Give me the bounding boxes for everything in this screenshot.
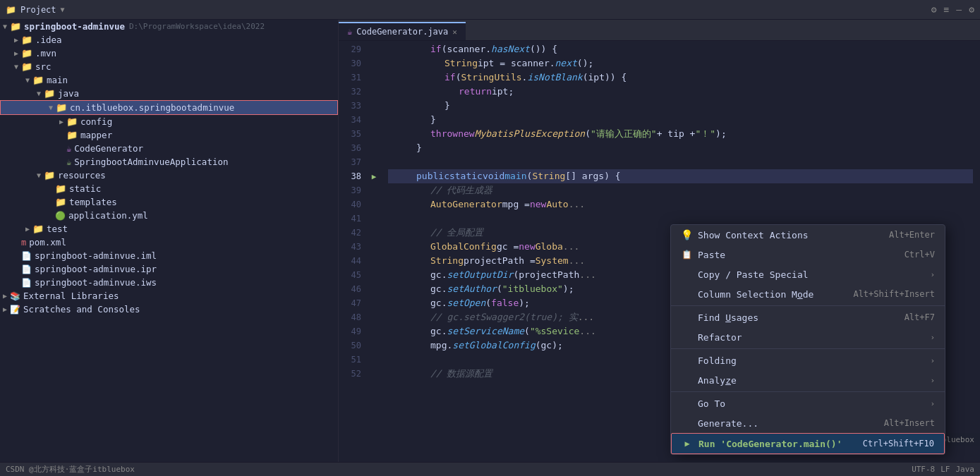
spacer-static [45, 184, 55, 194]
dropdown-arrow[interactable]: ▼ [61, 6, 65, 13]
iws-file-icon: 📄 [21, 278, 32, 288]
sidebar-item-iml[interactable]: 📄 springboot-adminvue.iml [0, 249, 338, 262]
shortcut-run: Ctrl+Shift+F10 [863, 439, 934, 448]
tab-close-icon[interactable]: ✕ [452, 28, 457, 37]
yml-file-icon: 🟢 [55, 211, 66, 221]
sidebar-item-application-yml[interactable]: 🟢 application.yml [0, 209, 338, 222]
menu-icon[interactable]: ≡ [944, 4, 950, 15]
folder-icon-main: 📁 [32, 75, 44, 85]
code-line-41 [388, 212, 973, 226]
config-icon[interactable]: ⚙ [969, 4, 974, 15]
code-line-38: public static void main(String[] args) { [388, 169, 973, 183]
menu-item-analyze[interactable]: Analyze › [671, 370, 945, 390]
title-icons: ⚙ ≡ — ⚙ [931, 4, 974, 15]
folder-icon-templates: 📁 [55, 197, 66, 207]
folder-icon-idea: 📁 [21, 35, 32, 45]
code-line-39: // 代码生成器 [388, 183, 973, 197]
folder-icon-src: 📁 [21, 61, 32, 72]
sidebar-label-pom: pom.xml [29, 237, 66, 248]
sidebar-label-mvn: .mvn [35, 48, 56, 59]
sidebar-path-root: D:\ProgramWorkspace\idea\2022 [129, 22, 265, 31]
column-selection-icon [681, 288, 692, 300]
line-num-39: 39 [339, 183, 361, 197]
chevron-right-icon-test: ▶ [23, 224, 32, 234]
sidebar-item-iws[interactable]: 📄 springboot-adminvue.iws [0, 276, 338, 289]
sidebar-item-pom[interactable]: m pom.xml [0, 236, 338, 249]
sidebar-item-src[interactable]: ▼ 📁 src [0, 60, 338, 73]
spacer-iws [11, 278, 21, 288]
sidebar-item-mapper[interactable]: 📁 mapper [0, 128, 338, 142]
spacer-yml [45, 211, 55, 221]
sidebar-item-ipr[interactable]: 📄 springboot-adminvue.ipr [0, 262, 338, 276]
chevron-right-icon-scratches: ▶ [0, 305, 10, 315]
find-usages-icon [681, 312, 692, 323]
menu-item-copy-paste[interactable]: Copy / Paste Special › [671, 264, 945, 284]
chevron-down-icon-resources: ▼ [34, 171, 44, 181]
folder-icon-config: 📁 [66, 116, 78, 127]
gutter-37 [367, 155, 381, 169]
menu-item-refactor[interactable]: Refactor › [671, 327, 945, 347]
sidebar-item-static[interactable]: 📁 static [0, 182, 338, 195]
menu-label-find-usages: Find Usages [698, 312, 758, 323]
project-label[interactable]: Project [20, 5, 56, 15]
sidebar-item-resources[interactable]: ▼ 📁 resources [0, 169, 338, 182]
library-icon: 📚 [10, 291, 20, 301]
sidebar-label-root: springboot-adminvue [24, 21, 125, 32]
gutter-44 [367, 254, 381, 268]
sidebar-item-java[interactable]: ▼ 📁 java [0, 87, 338, 100]
tab-codegenerator[interactable]: ☕ CodeGenerator.java ✕ [339, 22, 466, 40]
sidebar-item-codegen[interactable]: ☕ CodeGenerator [0, 142, 338, 155]
project-sidebar: ▼ 📁 springboot-adminvue D:\ProgramWorksp… [0, 20, 339, 462]
line-num-32: 32 [339, 85, 361, 99]
sidebar-label-scratches: Scratches and Consoles [23, 304, 140, 315]
chevron-down-icon-cn: ▼ [46, 103, 56, 113]
status-encoding: UTF-8 [912, 465, 935, 474]
settings-icon[interactable]: ⚙ [931, 4, 937, 15]
chevron-down-icon-java: ▼ [34, 89, 44, 99]
folder-icon-cn: 📁 [56, 102, 67, 113]
sidebar-label-src: src [35, 61, 52, 72]
menu-divider-2 [671, 348, 945, 349]
line-num-34: 34 [339, 113, 361, 127]
menu-item-paste[interactable]: 📋 Paste Ctrl+V [671, 245, 945, 264]
gutter-42 [367, 226, 381, 240]
copy-paste-icon [681, 269, 692, 280]
sidebar-item-main[interactable]: ▼ 📁 main [0, 73, 338, 87]
sidebar-item-mvn[interactable]: ▶ 📁 .mvn [0, 47, 338, 60]
menu-item-find-usages[interactable]: Find Usages Alt+F7 [671, 307, 945, 327]
sidebar-item-scratches[interactable]: ▶ 📝 Scratches and Consoles [0, 303, 338, 316]
sidebar-item-config[interactable]: ▶ 📁 config [0, 115, 338, 128]
status-language: Java [956, 465, 975, 474]
tab-label-codegenerator: CodeGenerator.java [356, 27, 448, 37]
minimize-icon[interactable]: — [956, 4, 962, 15]
folder-icon-mapper: 📁 [66, 130, 78, 140]
sidebar-item-cn-pkg[interactable]: ▼ 📁 cn.itbluebox.springbootadminvue [0, 100, 338, 115]
sidebar-item-idea[interactable]: ▶ 📁 .idea [0, 33, 338, 47]
spacer-iml [11, 251, 21, 261]
paste-icon: 📋 [681, 249, 692, 260]
gutter-32 [367, 85, 381, 99]
status-line-ending: LF [940, 465, 950, 474]
menu-label-copy-paste: Copy / Paste Special [698, 269, 809, 280]
menu-item-run[interactable]: ▶ Run 'CodeGenerator.main()' Ctrl+Shift+… [671, 433, 945, 454]
sidebar-item-project-root[interactable]: ▼ 📁 springboot-adminvue D:\ProgramWorksp… [0, 20, 338, 33]
menu-item-goto[interactable]: Go To › [671, 393, 945, 413]
sidebar-label-iml: springboot-adminvue.iml [35, 250, 157, 261]
code-line-34: } [388, 113, 973, 127]
sidebar-label-extlibs: External Libraries [23, 291, 119, 301]
menu-item-show-context[interactable]: 💡 Show Context Actions Alt+Enter [671, 225, 945, 245]
code-line-31: if (StringUtils.isNotBlank(ipt)) { [388, 71, 973, 85]
menu-item-folding[interactable]: Folding › [671, 350, 945, 370]
line-num-44: 44 [339, 254, 361, 268]
sidebar-item-springboot-app[interactable]: ☕ SpringbootAdminvueApplication [0, 155, 338, 169]
gutter-48 [367, 310, 381, 324]
menu-item-column-selection[interactable]: Column Selection Mode Alt+Shift+Insert [671, 284, 945, 304]
line-num-33: 33 [339, 99, 361, 113]
spacer-templates [45, 197, 55, 207]
line-num-36: 36 [339, 141, 361, 155]
sidebar-item-templates[interactable]: 📁 templates [0, 195, 338, 209]
menu-item-generate[interactable]: Generate... Alt+Insert [671, 413, 945, 433]
sidebar-label-templates: templates [69, 197, 117, 207]
sidebar-item-external-libs[interactable]: ▶ 📚 External Libraries [0, 289, 338, 303]
sidebar-item-test[interactable]: ▶ 📁 test [0, 222, 338, 236]
